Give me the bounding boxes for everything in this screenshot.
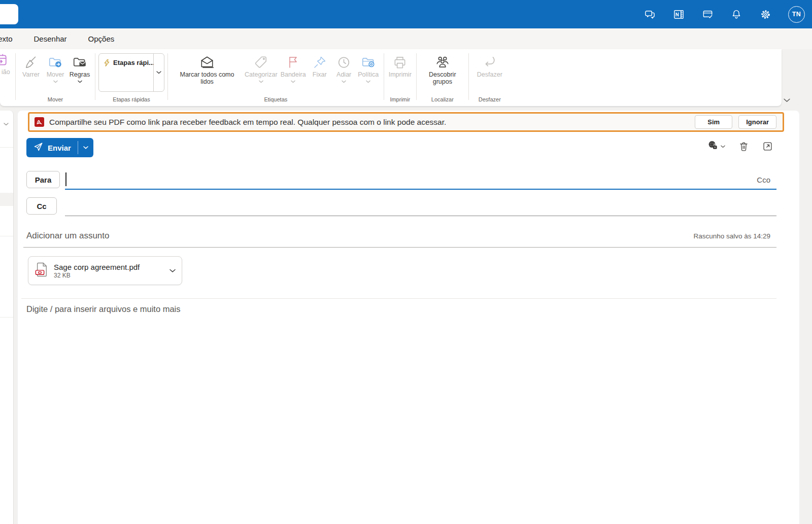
rail-divider — [0, 317, 13, 318]
pdf-file-icon — [35, 262, 48, 280]
cc-field-underline — [65, 216, 776, 216]
chevron-down-icon — [366, 79, 370, 85]
tab-formatar-texto[interactable]: texto — [0, 34, 13, 43]
ribbon-button-adiar[interactable]: Adiar — [332, 52, 356, 85]
tag-icon — [253, 54, 268, 71]
ribbon-group-etapas-rapidas: Etapas rápi... Etapas rápidas — [95, 49, 167, 106]
ribbon-button-label: Descobrir grupos — [421, 71, 464, 85]
quick-steps-item[interactable]: Etapas rápi... — [99, 54, 153, 91]
folder-arrow-icon — [47, 54, 63, 71]
ribbon-group-label: Imprimir — [390, 96, 410, 105]
sensitivity-dropdown[interactable] — [707, 140, 725, 153]
to-button[interactable]: Para — [26, 171, 60, 188]
ribbon-button-label: Fixar — [313, 71, 327, 78]
ribbon-button-label: Categorizar — [245, 71, 278, 78]
tab-opcoes[interactable]: Opções — [88, 34, 115, 43]
chevron-down-icon — [259, 79, 263, 85]
onenote-icon[interactable] — [672, 8, 685, 20]
ribbon-button-regras[interactable]: Regras — [67, 52, 92, 85]
ribbon-button-imprimir[interactable]: Imprimir — [387, 52, 413, 78]
body-placeholder: Digite / para inserir arquivos e muito m… — [26, 304, 181, 314]
ribbon: ião Varrer — [0, 49, 782, 106]
ribbon-button-reuniao-cut[interactable]: ião — [0, 49, 15, 106]
ribbon-group-label: Mover — [48, 96, 63, 105]
ribbon-group-label: Etiquetas — [264, 96, 287, 105]
send-button-label: Enviar — [48, 144, 71, 152]
ribbon-collapse-chevron[interactable] — [784, 95, 790, 104]
subject-underline — [23, 247, 776, 248]
to-field-underline — [65, 189, 776, 190]
left-rail-cut-panel — [0, 111, 14, 524]
ribbon-button-categorizar[interactable]: Categorizar — [243, 52, 279, 85]
tasks-icon[interactable] — [701, 8, 714, 20]
ribbon-button-label: Imprimir — [389, 71, 412, 78]
undo-icon — [482, 54, 497, 71]
pdf-share-notification: Compartilhe seu PDF como link para receb… — [28, 112, 784, 132]
ribbon-button-descobrir-grupos[interactable]: Descobrir grupos — [420, 52, 465, 85]
lightning-icon — [104, 59, 110, 68]
yes-button[interactable]: Sim — [695, 115, 732, 129]
clock-icon — [336, 54, 351, 71]
quick-steps-box[interactable]: Etapas rápi... — [98, 53, 164, 92]
rail-divider — [0, 147, 13, 148]
topbar-icons: TN — [644, 0, 805, 28]
broom-icon — [23, 54, 39, 71]
avatar-initials: TN — [792, 11, 801, 18]
ribbon-button-label: Regras — [70, 71, 90, 78]
bcc-link[interactable]: Cco — [757, 176, 770, 184]
to-input[interactable] — [65, 170, 755, 189]
ribbon-button-label: Mover — [47, 71, 64, 78]
chevron-down-icon — [78, 79, 82, 85]
attachment-options-chevron[interactable] — [170, 269, 176, 273]
send-options-chevron[interactable] — [78, 138, 93, 157]
quick-steps-label: Etapas rápi... — [113, 59, 153, 66]
ribbon-button-label: Marcar todos como lidos — [173, 71, 242, 85]
chevron-down-icon[interactable] — [4, 119, 9, 128]
message-body[interactable] — [21, 299, 776, 522]
cc-button[interactable]: Cc — [26, 197, 57, 215]
settings-icon[interactable] — [759, 8, 771, 20]
ribbon-group-etiquetas: Marcar todos como lidos Categorizar — [168, 49, 384, 106]
cut-toolbar-button[interactable] — [0, 4, 18, 24]
discard-icon[interactable] — [738, 141, 749, 152]
send-button[interactable]: Enviar — [26, 138, 93, 157]
ribbon-button-mover[interactable]: Mover — [43, 52, 67, 85]
ribbon-button-fixar[interactable]: Fixar — [308, 52, 332, 78]
popout-icon[interactable] — [762, 141, 773, 152]
ribbon-button-desfazer[interactable]: Desfazer — [472, 52, 507, 78]
subject-input[interactable]: Adicionar um assunto — [26, 231, 109, 241]
avatar[interactable]: TN — [788, 6, 805, 23]
chevron-down-icon — [53, 79, 58, 85]
ribbon-button-marcar-todos[interactable]: Marcar todos como lidos — [171, 52, 243, 85]
mail-open-icon — [199, 54, 215, 71]
ribbon-button-label: Adiar — [336, 71, 351, 78]
people-icon — [434, 54, 451, 71]
outlook-compose-window: TN texto Desenhar Opções ião — [0, 0, 812, 524]
ribbon-group-localizar: Descobrir grupos Localizar — [417, 49, 468, 106]
attachment-filesize: 32 KB — [54, 272, 140, 279]
ribbon-button-varrer[interactable]: Varrer — [19, 52, 43, 78]
printer-icon — [392, 54, 408, 71]
ribbon-button-bandeira[interactable]: Bandeira — [279, 52, 308, 85]
bell-icon[interactable] — [730, 8, 742, 20]
meeting-icon — [0, 51, 8, 68]
tab-desenhar[interactable]: Desenhar — [34, 34, 67, 43]
ignore-button[interactable]: Ignorar — [738, 115, 776, 129]
cc-input[interactable] — [65, 196, 776, 215]
ribbon-tab-bar: texto Desenhar Opções — [0, 28, 812, 49]
send-button-main[interactable]: Enviar — [26, 142, 78, 153]
notification-message: Compartilhe seu PDF como link para receb… — [49, 118, 446, 127]
ribbon-group-label: Etapas rápidas — [113, 96, 150, 105]
rail-divider — [0, 236, 13, 236]
chat-icon[interactable] — [644, 8, 656, 20]
ribbon-button-label: ião — [2, 68, 10, 76]
sensitivity-icon — [707, 140, 718, 153]
attachment-card[interactable]: Sage corp agreement.pdf 32 KB — [28, 256, 182, 285]
text-caret — [65, 172, 66, 186]
ribbon-group-mover: Varrer Mover — [16, 49, 95, 106]
chevron-down-icon — [342, 79, 346, 85]
quick-steps-expand[interactable] — [153, 54, 164, 91]
ribbon-button-politica[interactable]: Política — [356, 52, 381, 85]
folder-mail-icon — [72, 54, 88, 71]
send-icon — [33, 142, 43, 153]
